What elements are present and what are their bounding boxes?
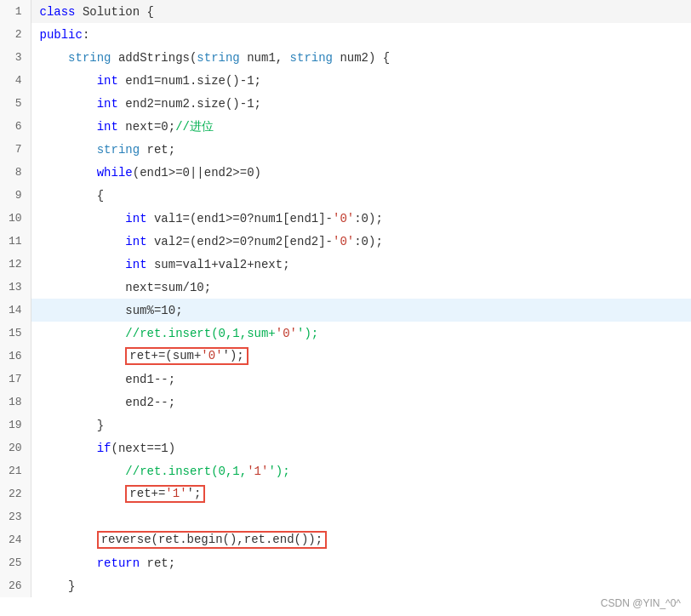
line-number: 3 [0, 46, 31, 69]
table-row: 8 while(end1>=0||end2>=0) [0, 161, 691, 184]
table-row: 6 int next=0;//进位 [0, 115, 691, 138]
table-row: 26 } [0, 574, 691, 597]
table-row: 22 ret+='1''; [0, 482, 691, 505]
code-table: 1class Solution {2public:3 string addStr… [0, 0, 691, 597]
code-line-content: int end1=num1.size()-1; [31, 69, 691, 92]
code-line-content: next=sum/10; [31, 276, 691, 299]
line-number: 17 [0, 368, 31, 391]
line-number: 10 [0, 207, 31, 230]
code-line-content: ret+=(sum+'0''); [31, 345, 691, 368]
code-line-content: return ret; [31, 551, 691, 574]
line-number: 6 [0, 115, 31, 138]
table-row: 12 int sum=val1+val2+next; [0, 253, 691, 276]
table-row: 4 int end1=num1.size()-1; [0, 69, 691, 92]
table-row: 15 //ret.insert(0,1,sum+'0''); [0, 322, 691, 345]
line-number: 7 [0, 138, 31, 161]
line-number: 8 [0, 161, 31, 184]
table-row: 2public: [0, 23, 691, 46]
watermark: CSDN @YIN_^0^ [601, 597, 681, 609]
code-line-content: int val1=(end1>=0?num1[end1]-'0':0); [31, 207, 691, 230]
table-row: 11 int val2=(end2>=0?num2[end2]-'0':0); [0, 230, 691, 253]
table-row: 19 } [0, 414, 691, 436]
table-row: 3 string addStrings(string num1, string … [0, 46, 691, 69]
line-number: 4 [0, 69, 31, 92]
line-number: 14 [0, 299, 31, 322]
code-line-content: //ret.insert(0,1,'1''); [31, 459, 691, 482]
line-number: 11 [0, 230, 31, 253]
line-number: 22 [0, 482, 31, 505]
code-line-content: ret+='1''; [31, 482, 691, 505]
table-row: 13 next=sum/10; [0, 276, 691, 299]
code-line-content: } [31, 414, 691, 436]
line-number: 12 [0, 253, 31, 276]
code-line-content [31, 505, 691, 528]
line-number: 5 [0, 92, 31, 115]
line-number: 25 [0, 551, 31, 574]
code-line-content: end1--; [31, 368, 691, 391]
line-number: 18 [0, 391, 31, 414]
table-row: 20 if(next==1) [0, 436, 691, 459]
code-container: 1class Solution {2public:3 string addStr… [0, 0, 691, 616]
code-line-content: int next=0;//进位 [31, 115, 691, 138]
code-line-content: } [31, 574, 691, 597]
line-number: 16 [0, 345, 31, 368]
code-line-content: reverse(ret.begin(),ret.end()); [31, 528, 691, 551]
code-line-content: end2--; [31, 391, 691, 414]
line-number: 21 [0, 459, 31, 482]
code-line-content: int val2=(end2>=0?num2[end2]-'0':0); [31, 230, 691, 253]
table-row: 9 { [0, 184, 691, 207]
line-number: 24 [0, 528, 31, 551]
code-line-content: public: [31, 23, 691, 46]
table-row: 18 end2--; [0, 391, 691, 414]
table-row: 17 end1--; [0, 368, 691, 391]
code-line-content: string addStrings(string num1, string nu… [31, 46, 691, 69]
code-line-content: int sum=val1+val2+next; [31, 253, 691, 276]
code-line-content: { [31, 184, 691, 207]
table-row: 21 //ret.insert(0,1,'1''); [0, 459, 691, 482]
table-row: 25 return ret; [0, 551, 691, 574]
line-number: 19 [0, 414, 31, 436]
line-number: 20 [0, 436, 31, 459]
code-line-content: if(next==1) [31, 436, 691, 459]
table-row: 7 string ret; [0, 138, 691, 161]
table-row: 14 sum%=10; [0, 299, 691, 322]
line-number: 13 [0, 276, 31, 299]
line-number: 15 [0, 322, 31, 345]
line-number: 23 [0, 505, 31, 528]
table-row: 5 int end2=num2.size()-1; [0, 92, 691, 115]
code-line-content: string ret; [31, 138, 691, 161]
code-line-content: int end2=num2.size()-1; [31, 92, 691, 115]
table-row: 1class Solution { [0, 0, 691, 23]
table-row: 24 reverse(ret.begin(),ret.end()); [0, 528, 691, 551]
code-line-content: //ret.insert(0,1,sum+'0''); [31, 322, 691, 345]
table-row: 10 int val1=(end1>=0?num1[end1]-'0':0); [0, 207, 691, 230]
line-number: 26 [0, 574, 31, 597]
code-line-content: while(end1>=0||end2>=0) [31, 161, 691, 184]
line-number: 2 [0, 23, 31, 46]
table-row: 23 [0, 505, 691, 528]
code-line-content: sum%=10; [31, 299, 691, 322]
line-number: 1 [0, 0, 31, 23]
line-number: 9 [0, 184, 31, 207]
code-line-content: class Solution { [31, 0, 691, 23]
table-row: 16 ret+=(sum+'0''); [0, 345, 691, 368]
